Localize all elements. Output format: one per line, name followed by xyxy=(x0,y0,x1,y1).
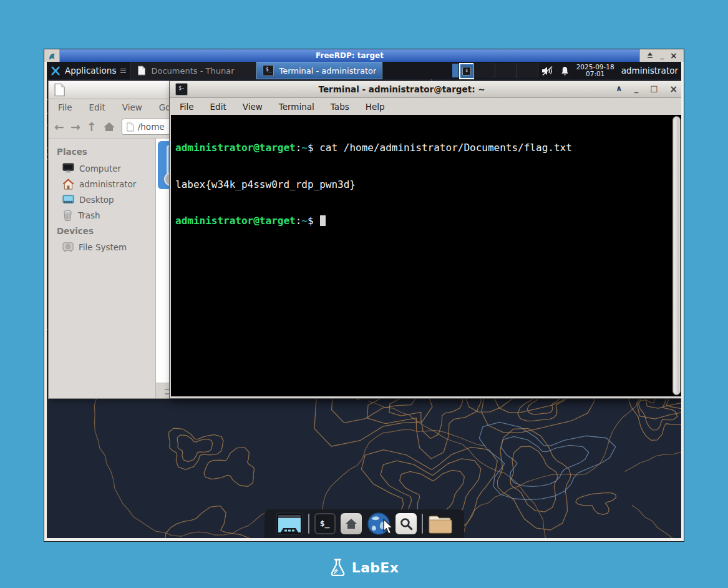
home-icon[interactable] xyxy=(103,121,115,132)
dock-separator xyxy=(422,514,423,534)
taskbar-item-thunar[interactable]: Documents - Thunar xyxy=(130,62,256,79)
dock-app-finder-button[interactable] xyxy=(396,513,417,534)
menu-edit[interactable]: Edit xyxy=(210,102,226,112)
folder-icon xyxy=(428,514,453,534)
show-desktop-button[interactable] xyxy=(276,512,303,535)
document-icon xyxy=(53,83,66,97)
panel-clock[interactable]: 2025-09-18 07:01 xyxy=(576,64,614,77)
dock: $_ xyxy=(265,509,464,538)
terminal-menubar: File Edit View Terminal Tabs Help xyxy=(170,98,681,115)
taskbar-item-label: Documents - Thunar xyxy=(151,66,234,76)
freerdp-window-controls: _ × xyxy=(639,49,684,62)
freerdp-title: FreeRDP: target xyxy=(60,49,639,62)
audio-muted-icon[interactable] xyxy=(541,66,553,76)
forward-icon[interactable]: → xyxy=(70,120,80,133)
menu-file[interactable]: File xyxy=(180,102,194,112)
menu-file[interactable]: File xyxy=(58,102,72,112)
sidebar-item-label: File System xyxy=(79,242,127,252)
close-icon[interactable]: × xyxy=(670,52,677,59)
terminal-scrollbar[interactable] xyxy=(672,116,681,395)
panel-user-label: administrator xyxy=(621,66,678,76)
menu-view[interactable]: View xyxy=(122,102,142,112)
shade-icon[interactable] xyxy=(646,52,654,59)
terminal-line-output: labex{w34k_p4ssw0rd_rdp_pwn3d} xyxy=(175,179,681,191)
minimize-icon[interactable]: _ xyxy=(660,52,664,59)
harddrive-icon xyxy=(62,242,74,252)
notification-bell-icon[interactable] xyxy=(560,66,570,76)
minimize-icon[interactable]: _ xyxy=(634,84,639,95)
panel-status-area: 2025-09-18 07:01 administrator xyxy=(541,64,681,77)
terminal-icon: $- xyxy=(175,83,188,96)
sidebar-item-home[interactable]: administrator xyxy=(49,176,155,192)
freerdp-titlebar[interactable]: FreeRDP: target _ × xyxy=(44,49,684,62)
path-text: /home xyxy=(138,122,165,132)
freerdp-frame: Applications Documents - Thunar $_ Termi… xyxy=(44,62,684,541)
xfce-panel: Applications Documents - Thunar $_ Termi… xyxy=(47,62,681,79)
places-header: Places xyxy=(49,144,155,160)
page: FreeRDP: target _ × Applications xyxy=(0,0,728,588)
close-icon[interactable]: × xyxy=(669,84,677,95)
menu-help[interactable]: Help xyxy=(366,102,385,112)
show-desktop-icon xyxy=(276,512,303,535)
document-icon xyxy=(126,122,134,132)
labex-brand: LabEx xyxy=(0,558,728,577)
terminal-window: $- Terminal - administrator@target: ~ ∧ … xyxy=(169,81,681,399)
computer-icon xyxy=(62,163,74,174)
dock-folder-button[interactable] xyxy=(428,514,453,534)
menu-terminal[interactable]: Terminal xyxy=(279,102,314,112)
devices-header: Devices xyxy=(49,223,155,240)
brand-text: LabEx xyxy=(352,560,399,576)
pager-window-thunar xyxy=(452,64,459,77)
desktop: File Edit View Go Bookmarks ← → ↑ xyxy=(47,79,681,538)
terminal-titlebar[interactable]: $- Terminal - administrator@target: ~ ∧ … xyxy=(170,81,681,98)
taskbar-item-label: Terminal - administrator... xyxy=(279,66,376,76)
sidebar-item-filesystem[interactable]: File System xyxy=(49,240,155,255)
dock-file-manager-button[interactable] xyxy=(341,513,362,534)
menu-lines-icon xyxy=(120,67,126,74)
home-folder-icon xyxy=(62,179,74,190)
sidebar-item-label: Desktop xyxy=(79,195,114,205)
terminal-screen[interactable]: administrator@target:~$ cat /home/admini… xyxy=(171,115,681,396)
terminal-line-prompt: administrator@target:~$ xyxy=(175,215,681,227)
terminal-line-command: administrator@target:~$ cat /home/admini… xyxy=(175,142,681,154)
search-icon xyxy=(399,517,413,531)
desktop-icon xyxy=(62,195,74,205)
clock-time: 07:01 xyxy=(576,71,614,77)
applications-menu-button[interactable]: Applications xyxy=(47,62,130,79)
workspace-pager[interactable]: $ xyxy=(452,63,538,78)
thunar-sidebar: Places Computer administrator xyxy=(49,139,156,398)
x-logo-icon xyxy=(51,66,61,76)
terminal-title: Terminal - administrator@target: ~ xyxy=(193,84,611,94)
command-text: cat /home/administrator/Documents/flag.t… xyxy=(314,142,572,154)
workspace-3[interactable] xyxy=(495,63,517,78)
workspace-4[interactable] xyxy=(517,63,538,78)
taskbar-item-terminal[interactable]: $_ Terminal - administrator... xyxy=(256,62,382,79)
sidebar-item-trash[interactable]: Trash xyxy=(49,207,155,223)
home-icon xyxy=(345,518,357,529)
flask-icon xyxy=(329,558,346,577)
document-icon xyxy=(137,66,146,76)
dock-separator xyxy=(308,514,309,534)
mouse-cursor-icon xyxy=(382,519,396,535)
workspace-2[interactable] xyxy=(473,63,495,78)
pager-window-terminal: $ xyxy=(459,63,474,79)
freerdp-app-icon xyxy=(44,49,60,62)
sidebar-item-label: Computer xyxy=(79,164,121,174)
dock-terminal-button[interactable]: $_ xyxy=(314,513,336,534)
sidebar-item-desktop[interactable]: Desktop xyxy=(49,192,155,207)
shade-icon[interactable]: ∧ xyxy=(616,84,623,95)
freerdp-window: FreeRDP: target _ × Applications xyxy=(44,49,684,542)
trash-icon xyxy=(62,210,73,221)
menu-tabs[interactable]: Tabs xyxy=(331,102,349,112)
up-icon[interactable]: ↑ xyxy=(87,120,97,133)
remote-screen: Applications Documents - Thunar $_ Termi… xyxy=(47,62,681,538)
menu-edit[interactable]: Edit xyxy=(89,102,105,112)
applications-label: Applications xyxy=(65,66,116,76)
workspace-1[interactable]: $ xyxy=(452,63,473,78)
menu-view[interactable]: View xyxy=(243,102,263,112)
sidebar-item-computer[interactable]: Computer xyxy=(49,160,155,176)
sidebar-item-label: Trash xyxy=(78,210,100,220)
terminal-icon: $_ xyxy=(263,65,274,76)
maximize-icon[interactable]: □ xyxy=(650,84,658,95)
back-icon[interactable]: ← xyxy=(54,120,64,133)
